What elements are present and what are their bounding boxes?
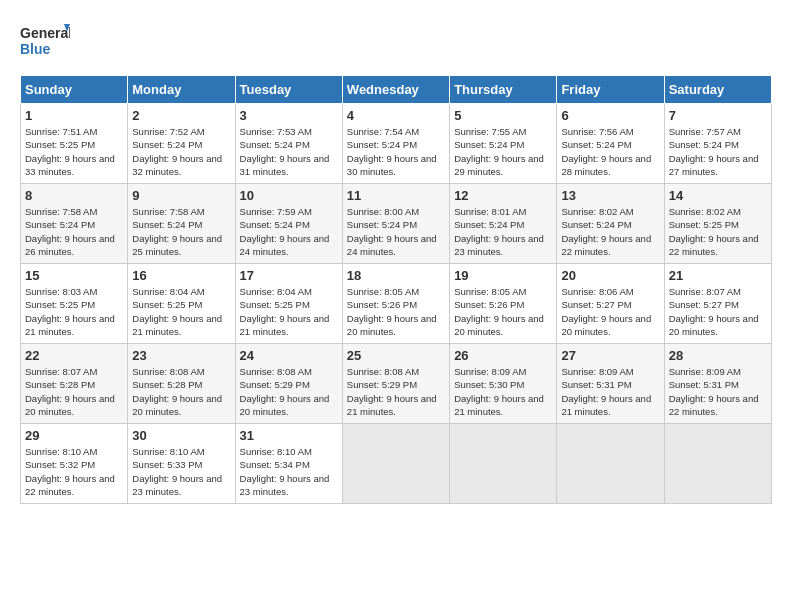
calendar-cell: 6Sunrise: 7:56 AMSunset: 5:24 PMDaylight…: [557, 104, 664, 184]
calendar-cell: 14Sunrise: 8:02 AMSunset: 5:25 PMDayligh…: [664, 184, 771, 264]
calendar-cell: 30Sunrise: 8:10 AMSunset: 5:33 PMDayligh…: [128, 424, 235, 504]
calendar-week-row: 29Sunrise: 8:10 AMSunset: 5:32 PMDayligh…: [21, 424, 772, 504]
day-number: 9: [132, 188, 230, 203]
day-info: Sunrise: 7:58 AMSunset: 5:24 PMDaylight:…: [132, 205, 230, 258]
calendar-week-row: 22Sunrise: 8:07 AMSunset: 5:28 PMDayligh…: [21, 344, 772, 424]
calendar-cell: 20Sunrise: 8:06 AMSunset: 5:27 PMDayligh…: [557, 264, 664, 344]
day-number: 13: [561, 188, 659, 203]
day-info: Sunrise: 8:10 AMSunset: 5:33 PMDaylight:…: [132, 445, 230, 498]
day-number: 27: [561, 348, 659, 363]
calendar-cell: 31Sunrise: 8:10 AMSunset: 5:34 PMDayligh…: [235, 424, 342, 504]
day-info: Sunrise: 8:09 AMSunset: 5:30 PMDaylight:…: [454, 365, 552, 418]
day-info: Sunrise: 7:58 AMSunset: 5:24 PMDaylight:…: [25, 205, 123, 258]
day-info: Sunrise: 8:09 AMSunset: 5:31 PMDaylight:…: [669, 365, 767, 418]
header-tuesday: Tuesday: [235, 76, 342, 104]
day-info: Sunrise: 8:07 AMSunset: 5:28 PMDaylight:…: [25, 365, 123, 418]
calendar-cell: 24Sunrise: 8:08 AMSunset: 5:29 PMDayligh…: [235, 344, 342, 424]
calendar-cell: [342, 424, 449, 504]
day-info: Sunrise: 8:07 AMSunset: 5:27 PMDaylight:…: [669, 285, 767, 338]
day-number: 19: [454, 268, 552, 283]
day-info: Sunrise: 8:04 AMSunset: 5:25 PMDaylight:…: [240, 285, 338, 338]
calendar-week-row: 1Sunrise: 7:51 AMSunset: 5:25 PMDaylight…: [21, 104, 772, 184]
calendar-cell: 7Sunrise: 7:57 AMSunset: 5:24 PMDaylight…: [664, 104, 771, 184]
day-number: 16: [132, 268, 230, 283]
day-info: Sunrise: 7:57 AMSunset: 5:24 PMDaylight:…: [669, 125, 767, 178]
calendar-week-row: 8Sunrise: 7:58 AMSunset: 5:24 PMDaylight…: [21, 184, 772, 264]
day-number: 2: [132, 108, 230, 123]
day-number: 30: [132, 428, 230, 443]
day-number: 24: [240, 348, 338, 363]
day-info: Sunrise: 8:04 AMSunset: 5:25 PMDaylight:…: [132, 285, 230, 338]
day-number: 4: [347, 108, 445, 123]
calendar-cell: 19Sunrise: 8:05 AMSunset: 5:26 PMDayligh…: [450, 264, 557, 344]
day-number: 8: [25, 188, 123, 203]
day-info: Sunrise: 8:03 AMSunset: 5:25 PMDaylight:…: [25, 285, 123, 338]
svg-text:Blue: Blue: [20, 41, 51, 57]
day-number: 10: [240, 188, 338, 203]
day-number: 14: [669, 188, 767, 203]
calendar-cell: 16Sunrise: 8:04 AMSunset: 5:25 PMDayligh…: [128, 264, 235, 344]
day-info: Sunrise: 8:08 AMSunset: 5:29 PMDaylight:…: [347, 365, 445, 418]
day-number: 11: [347, 188, 445, 203]
day-info: Sunrise: 8:02 AMSunset: 5:25 PMDaylight:…: [669, 205, 767, 258]
day-info: Sunrise: 7:56 AMSunset: 5:24 PMDaylight:…: [561, 125, 659, 178]
day-number: 1: [25, 108, 123, 123]
calendar-cell: 1Sunrise: 7:51 AMSunset: 5:25 PMDaylight…: [21, 104, 128, 184]
day-number: 21: [669, 268, 767, 283]
calendar-cell: 2Sunrise: 7:52 AMSunset: 5:24 PMDaylight…: [128, 104, 235, 184]
header-sunday: Sunday: [21, 76, 128, 104]
calendar-cell: 9Sunrise: 7:58 AMSunset: 5:24 PMDaylight…: [128, 184, 235, 264]
calendar-cell: 4Sunrise: 7:54 AMSunset: 5:24 PMDaylight…: [342, 104, 449, 184]
calendar-cell: 29Sunrise: 8:10 AMSunset: 5:32 PMDayligh…: [21, 424, 128, 504]
calendar-cell: 10Sunrise: 7:59 AMSunset: 5:24 PMDayligh…: [235, 184, 342, 264]
day-number: 12: [454, 188, 552, 203]
header-friday: Friday: [557, 76, 664, 104]
calendar-cell: [557, 424, 664, 504]
calendar-cell: 23Sunrise: 8:08 AMSunset: 5:28 PMDayligh…: [128, 344, 235, 424]
day-number: 7: [669, 108, 767, 123]
day-info: Sunrise: 7:54 AMSunset: 5:24 PMDaylight:…: [347, 125, 445, 178]
day-number: 20: [561, 268, 659, 283]
day-info: Sunrise: 8:10 AMSunset: 5:34 PMDaylight:…: [240, 445, 338, 498]
day-info: Sunrise: 8:01 AMSunset: 5:24 PMDaylight:…: [454, 205, 552, 258]
day-info: Sunrise: 7:53 AMSunset: 5:24 PMDaylight:…: [240, 125, 338, 178]
calendar-cell: 26Sunrise: 8:09 AMSunset: 5:30 PMDayligh…: [450, 344, 557, 424]
day-info: Sunrise: 8:00 AMSunset: 5:24 PMDaylight:…: [347, 205, 445, 258]
header-saturday: Saturday: [664, 76, 771, 104]
calendar-cell: 25Sunrise: 8:08 AMSunset: 5:29 PMDayligh…: [342, 344, 449, 424]
logo: General Blue: [20, 20, 70, 65]
calendar-cell: 21Sunrise: 8:07 AMSunset: 5:27 PMDayligh…: [664, 264, 771, 344]
calendar-cell: [450, 424, 557, 504]
calendar-header-row: SundayMondayTuesdayWednesdayThursdayFrid…: [21, 76, 772, 104]
day-number: 28: [669, 348, 767, 363]
svg-text:General: General: [20, 25, 70, 41]
day-number: 22: [25, 348, 123, 363]
day-info: Sunrise: 8:08 AMSunset: 5:29 PMDaylight:…: [240, 365, 338, 418]
day-number: 29: [25, 428, 123, 443]
day-info: Sunrise: 8:10 AMSunset: 5:32 PMDaylight:…: [25, 445, 123, 498]
calendar-cell: 11Sunrise: 8:00 AMSunset: 5:24 PMDayligh…: [342, 184, 449, 264]
day-info: Sunrise: 8:06 AMSunset: 5:27 PMDaylight:…: [561, 285, 659, 338]
calendar-cell: 5Sunrise: 7:55 AMSunset: 5:24 PMDaylight…: [450, 104, 557, 184]
day-info: Sunrise: 7:51 AMSunset: 5:25 PMDaylight:…: [25, 125, 123, 178]
calendar-cell: 18Sunrise: 8:05 AMSunset: 5:26 PMDayligh…: [342, 264, 449, 344]
day-number: 15: [25, 268, 123, 283]
day-number: 18: [347, 268, 445, 283]
calendar-cell: [664, 424, 771, 504]
header-monday: Monday: [128, 76, 235, 104]
day-number: 3: [240, 108, 338, 123]
calendar-cell: 3Sunrise: 7:53 AMSunset: 5:24 PMDaylight…: [235, 104, 342, 184]
day-info: Sunrise: 8:05 AMSunset: 5:26 PMDaylight:…: [347, 285, 445, 338]
calendar-cell: 8Sunrise: 7:58 AMSunset: 5:24 PMDaylight…: [21, 184, 128, 264]
day-number: 5: [454, 108, 552, 123]
day-number: 23: [132, 348, 230, 363]
header-wednesday: Wednesday: [342, 76, 449, 104]
day-number: 26: [454, 348, 552, 363]
day-number: 17: [240, 268, 338, 283]
day-info: Sunrise: 7:59 AMSunset: 5:24 PMDaylight:…: [240, 205, 338, 258]
day-info: Sunrise: 7:55 AMSunset: 5:24 PMDaylight:…: [454, 125, 552, 178]
day-info: Sunrise: 8:05 AMSunset: 5:26 PMDaylight:…: [454, 285, 552, 338]
header-thursday: Thursday: [450, 76, 557, 104]
calendar-table: SundayMondayTuesdayWednesdayThursdayFrid…: [20, 75, 772, 504]
day-number: 31: [240, 428, 338, 443]
